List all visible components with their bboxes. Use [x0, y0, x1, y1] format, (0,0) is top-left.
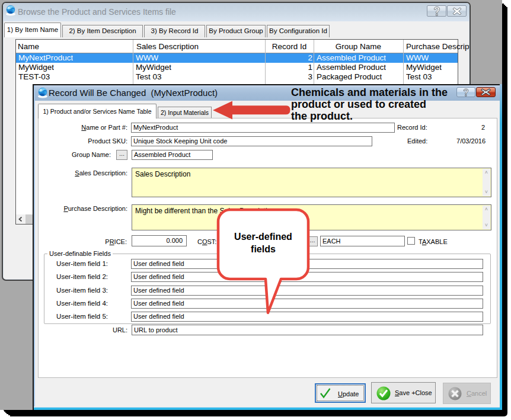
svg-text:fields: fields [251, 244, 276, 254]
svg-text:User-defined: User-defined [234, 232, 292, 242]
